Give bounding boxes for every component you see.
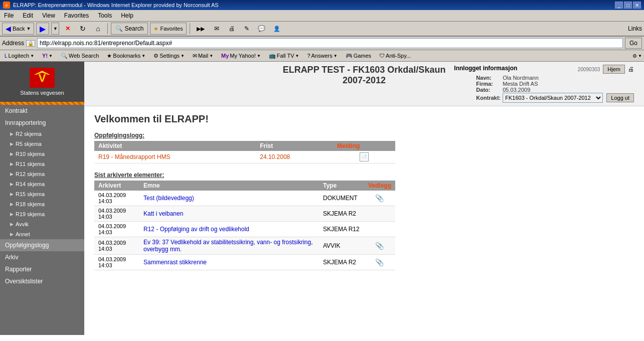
sidebar-item-annet[interactable]: ▶ Annet [0,229,84,239]
yahoo-link[interactable]: Y! ▼ [40,51,55,61]
sidebar-item-r12[interactable]: ▶ R12 skjema [0,169,84,179]
menu-view[interactable]: View [40,11,57,20]
arkiv-type: SKJEMA R12 [319,222,364,237]
forward-button[interactable]: ▶ [36,23,49,35]
sidebar-item-r5[interactable]: ▶ R5 skjema [0,139,84,149]
arkiv-col-vedlegg: Vedlegg [364,181,395,191]
attachment-icon[interactable]: 📎 [375,194,384,202]
antispy-link[interactable]: 🛡 Anti-Spy... [377,51,413,61]
answers-icon: ? [307,53,310,59]
close-btn[interactable]: ✕ [633,2,641,9]
sidebar-item-r19[interactable]: ▶ R19 skjema [0,209,84,219]
list-item: 04.03.2009 14:03 Katt i veibanen SKJEMA … [94,206,395,222]
arkiv-emne[interactable]: Test (bildevedlegg) [139,191,319,206]
opf-table: Aktivitet Frist Melding R19 - Månedsrapp… [94,141,395,163]
arkiv-emne[interactable]: Katt i veibanen [139,206,319,222]
sidebar-nav: Kontrakt Innrapportering ▶ R2 skjema ▶ R… [0,105,84,335]
address-input[interactable] [37,38,623,48]
links-label: Links [628,25,642,32]
kontrakt-label: Kontrakt: [476,93,501,103]
search-icon: 🔍 [115,25,123,32]
sidebar-item-oversiktslister[interactable]: Oversiktslister [0,275,84,287]
sidebar-item-r2[interactable]: ▶ R2 skjema [0,129,84,139]
sidebar-item-r15[interactable]: ▶ R15 skjema [0,189,84,199]
favorites-icon: ★ [153,26,158,32]
arkiv-emne[interactable]: Ev 39: 37 Vedlikehold av stabilitetssikr… [139,237,319,255]
settings-icon: ⚙ [153,53,158,59]
refresh-button[interactable]: ↻ [76,23,89,35]
toolbar-sep-2 [190,23,190,34]
sidebar-item-kontrakt[interactable]: Kontrakt [0,105,84,117]
opf-aktivitet-link[interactable]: R19 - Månedsrapport HMS [98,153,170,160]
title-bar-text: ELRAPP: Entreprenørmodul - Windows Inter… [13,2,219,8]
print-icon-header[interactable]: 🖨 [628,66,634,73]
contract-select[interactable]: FK1603 - Orkdal/Skaun 2007-2012 [503,93,603,103]
forward-dropdown[interactable]: ▼ [51,23,59,35]
discuss-icon: 💬 [258,25,265,32]
mail-btn[interactable]: ✉ [210,23,223,35]
answers-link[interactable]: ? Answers ▼ [304,51,340,61]
media-btn[interactable]: ▶▶ [193,23,208,35]
games-link[interactable]: 🎮 Games [343,51,374,61]
falltv-icon: 📺 [269,53,276,59]
favorites-button[interactable]: ★ Favorites [150,23,186,35]
dato-label: Dato: [476,87,501,93]
edit-btn[interactable]: ✎ [240,23,253,35]
attachment-icon[interactable]: 📎 [375,258,384,266]
logg-ut-button[interactable]: Logg ut [606,93,634,102]
arkiv-emne[interactable]: Sammenrast stikkrenne [139,255,319,270]
search-button[interactable]: 🔍 Search [111,23,148,35]
arrow-icon: ▶ [10,151,14,156]
menu-help[interactable]: Help [119,11,135,20]
settings-link[interactable]: ⚙ Settings ▼ [151,51,187,61]
vedlegg-cell [364,206,395,222]
attachment-icon[interactable]: 📎 [375,242,384,250]
arkiv-emne[interactable]: R12 - Oppfølging av drift og vedlikehold [139,222,319,237]
websearch-link[interactable]: 🔍 Web Search [58,51,101,61]
arkiv-type: SKJEMA R2 [319,255,364,270]
home-button[interactable]: ⌂ [91,23,104,35]
app-icon: e [3,2,10,9]
sidebar-item-innrapportering[interactable]: Innrapportering [0,117,84,129]
ie-options: ⚙ ▼ [632,53,642,59]
stop-button[interactable]: ✕ [61,23,74,35]
sidebar-item-arkiv[interactable]: Arkiv [0,251,84,263]
doc-icon[interactable]: 📄 [360,152,369,161]
bookmarks-link[interactable]: ★ Bookmarks ▼ [104,51,148,61]
go-button[interactable]: Go [625,38,642,49]
msn-btn[interactable]: 👤 [270,23,283,35]
hjem-button[interactable]: Hjem [603,65,625,74]
menu-file[interactable]: File [2,11,16,20]
arkiv-section-title: Sist arkiverte elementer: [94,172,634,179]
myyahoo-link[interactable]: My My Yahoo! ▼ [219,51,263,61]
sidebar-item-r14[interactable]: ▶ R14 skjema [0,179,84,189]
menu-favorites[interactable]: Favorites [62,11,91,20]
links-bar: L Logitech ▼ Y! ▼ 🔍 Web Search ★ Bookmar… [0,50,644,62]
back-button[interactable]: ◀ Back ▼ [2,23,34,35]
minimize-btn[interactable]: _ [615,2,623,9]
arrow-icon: ▶ [10,161,14,166]
maximize-btn[interactable]: □ [624,2,632,9]
arkiv-col-arkivert: Arkivert [94,181,139,191]
mail-link[interactable]: ✉ Mail ▼ [190,51,216,61]
menu-edit[interactable]: Edit [21,11,35,20]
sidebar-item-r10[interactable]: ▶ R10 skjema [0,149,84,159]
menu-tools[interactable]: Tools [96,11,114,20]
sidebar-item-rapporter[interactable]: Rapporter [0,263,84,275]
arkiv-col-emne: Emne [139,181,319,191]
sidebar-item-r18[interactable]: ▶ R18 skjema [0,199,84,209]
print-icon: 🖨 [229,25,235,32]
sidebar-item-avvik[interactable]: ▶ Avvik [0,219,84,229]
print-btn[interactable]: 🖨 [225,23,238,35]
sidebar-item-oppfolgingslogg[interactable]: Oppfølgingslogg [0,239,84,251]
discuss-btn[interactable]: 💬 [255,23,268,35]
page-content: Velkommen til ELRAPP! Oppfølgingslogg: A… [84,106,644,277]
arkiv-type: AVVIK [319,237,364,255]
back-dropdown-icon[interactable]: ▼ [26,26,31,31]
opf-melding: 📄 [333,151,395,163]
arkiv-date: 04.03.2009 14:03 [94,191,139,206]
arkiv-type: DOKUMENT [319,191,364,206]
sidebar-item-r11[interactable]: ▶ R11 skjema [0,159,84,169]
logitech-link[interactable]: L Logitech ▼ [2,51,37,61]
falltv-link[interactable]: 📺 Fall TV ▼ [266,51,302,61]
